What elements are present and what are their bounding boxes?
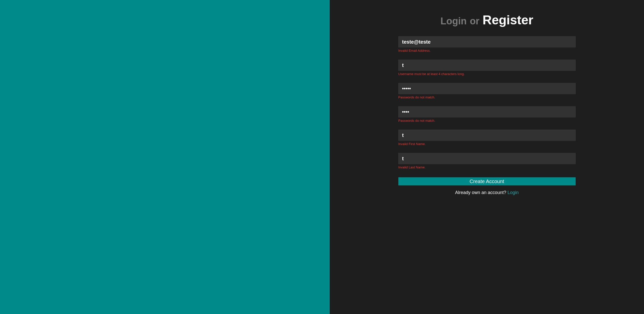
register-panel: Login or Register Invalid Email Address.… <box>330 0 644 314</box>
heading-separator: or <box>470 16 479 26</box>
email-input[interactable] <box>398 36 576 47</box>
footer-prompt-text: Already own an account? <box>455 190 508 195</box>
email-field-group: Invalid Email Address. <box>398 36 576 53</box>
login-link[interactable]: Login <box>508 190 519 195</box>
email-error: Invalid Email Address. <box>398 49 576 53</box>
password-field-group: Passwords do not match. <box>398 83 576 99</box>
confirm-password-field-group: Passwords do not match. <box>398 106 576 123</box>
register-tab-label[interactable]: Register <box>483 13 533 27</box>
username-error: Username must be at least 4 characters l… <box>398 72 576 76</box>
login-tab-label[interactable]: Login <box>440 16 466 26</box>
first-name-field-group: Invalid First Name. <box>398 130 576 146</box>
footer-prompt: Already own an account? Login <box>398 190 576 195</box>
create-account-button[interactable]: Create Account <box>398 177 576 185</box>
username-input[interactable] <box>398 60 576 71</box>
last-name-input[interactable] <box>398 153 576 164</box>
last-name-error: Invalid Last Name. <box>398 165 576 169</box>
username-field-group: Username must be at least 4 characters l… <box>398 60 576 76</box>
register-form: Invalid Email Address. Username must be … <box>398 36 576 195</box>
page-heading: Login or Register <box>440 13 533 27</box>
password-input[interactable] <box>398 83 576 94</box>
left-hero-panel <box>0 0 330 314</box>
password-error: Passwords do not match. <box>398 95 576 99</box>
first-name-error: Invalid First Name. <box>398 142 576 146</box>
confirm-password-input[interactable] <box>398 106 576 117</box>
last-name-field-group: Invalid Last Name. <box>398 153 576 169</box>
confirm-password-error: Passwords do not match. <box>398 119 576 123</box>
first-name-input[interactable] <box>398 130 576 141</box>
